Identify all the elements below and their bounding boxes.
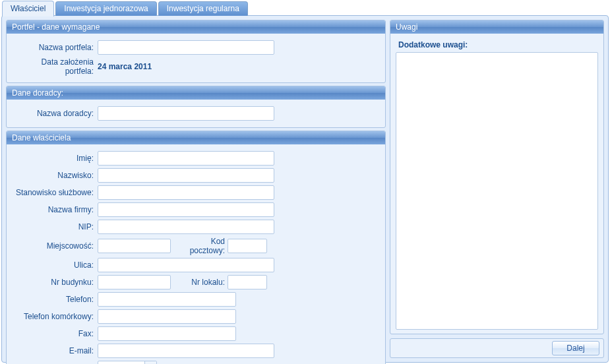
owner-apt-input[interactable] — [228, 275, 267, 289]
app-root: Właściciel Inwestycja jednorazowa Inwest… — [0, 0, 610, 364]
owner-birth-value[interactable] — [98, 361, 144, 364]
left-column: Portfel - dane wymagane Nazwa portfela: … — [6, 20, 386, 358]
owner-fax-input[interactable] — [98, 326, 236, 341]
owner-city-input[interactable] — [98, 239, 171, 253]
portfolio-name-label: Nazwa portfela: — [12, 43, 98, 52]
fieldset-header-owner: Dane właściciela — [7, 131, 385, 144]
owner-mobile-input[interactable] — [98, 309, 236, 324]
fieldset-advisor: Dane doradcy: Nazwa doradcy: — [6, 86, 386, 128]
fieldset-owner: Dane właściciela Imię: Nazwisko: Stanowi… — [6, 131, 386, 364]
owner-nip-label: NIP: — [12, 222, 98, 231]
owner-birth-combo[interactable] — [98, 361, 157, 364]
advisor-name-input[interactable] — [98, 106, 274, 121]
owner-position-input[interactable] — [98, 185, 274, 200]
portfolio-date-value: 24 marca 2011 — [98, 62, 152, 71]
right-column: Uwagi Dodatkowe uwagi: Dalej — [390, 20, 604, 358]
fieldset-portfolio: Portfel - dane wymagane Nazwa portfela: … — [6, 20, 386, 83]
owner-company-label: Nazwa firmy: — [12, 205, 98, 214]
owner-building-input[interactable] — [98, 275, 171, 289]
owner-street-label: Ulica: — [12, 260, 98, 270]
owner-position-label: Stanowisko służbowe: — [12, 188, 98, 197]
fieldset-header-portfolio: Portfel - dane wymagane — [7, 20, 385, 34]
owner-city-label: Miejscowość: — [12, 241, 98, 251]
fieldset-header-remarks: Uwagi — [390, 20, 603, 34]
owner-mobile-label: Telefon komórkowy: — [12, 312, 98, 321]
owner-first-name-input[interactable] — [98, 151, 274, 166]
owner-first-name-label: Imię: — [12, 154, 98, 163]
owner-email-input[interactable] — [98, 344, 274, 358]
owner-birth-trigger[interactable] — [144, 361, 156, 364]
tab-strip: Właściciel Inwestycja jednorazowa Inwest… — [0, 0, 610, 16]
tab-owner[interactable]: Właściciel — [2, 1, 54, 16]
owner-postal-label: Kod pocztowy: — [171, 237, 228, 255]
advisor-name-label: Nazwa doradcy: — [12, 109, 98, 118]
owner-postal-input[interactable] — [228, 239, 267, 253]
remarks-label: Dodatkowe uwagi: — [396, 38, 598, 52]
owner-building-label: Nr budynku: — [12, 278, 98, 287]
tab-regular-investment[interactable]: Inwestycja regularna — [158, 1, 248, 16]
portfolio-date-label: Data założenia portfela: — [12, 57, 98, 76]
owner-last-name-input[interactable] — [98, 168, 274, 183]
fieldset-header-advisor: Dane doradcy: — [7, 86, 385, 100]
owner-phone-label: Telefon: — [12, 295, 98, 304]
owner-apt-label: Nr lokalu: — [171, 278, 228, 287]
bottom-toolbar: Dalej — [390, 338, 604, 358]
owner-street-input[interactable] — [98, 258, 274, 272]
next-button[interactable]: Dalej — [552, 341, 599, 355]
owner-phone-input[interactable] — [98, 292, 236, 307]
fieldset-remarks: Uwagi Dodatkowe uwagi: — [390, 20, 604, 334]
owner-email-label: E-mail: — [12, 346, 98, 355]
portfolio-name-input[interactable] — [98, 40, 274, 55]
owner-fax-label: Fax: — [12, 329, 98, 338]
owner-company-input[interactable] — [98, 202, 274, 217]
tab-panel-owner: Portfel - dane wymagane Nazwa portfela: … — [1, 15, 609, 363]
tab-single-investment[interactable]: Inwestycja jednorazowa — [55, 1, 156, 16]
owner-nip-input[interactable] — [98, 220, 274, 234]
owner-last-name-label: Nazwisko: — [12, 171, 98, 180]
remarks-textarea[interactable] — [396, 52, 598, 330]
